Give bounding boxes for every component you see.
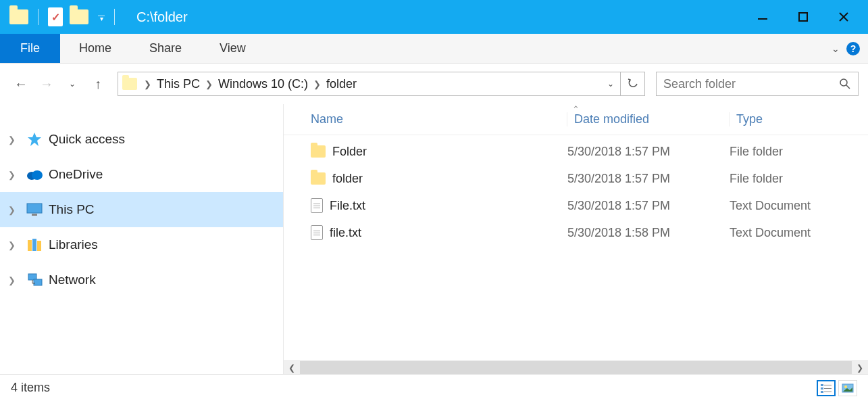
minimize-button[interactable] (742, 0, 783, 34)
address-dropdown-icon[interactable]: ⌄ (601, 79, 620, 89)
cloud-icon (26, 166, 43, 183)
collapse-caret-icon[interactable]: ⌃ (572, 104, 580, 114)
file-type: Text Document (730, 199, 865, 213)
network-icon (26, 271, 43, 289)
tree-item-onedrive[interactable]: ❯ OneDrive (0, 157, 283, 192)
breadcrumb[interactable]: folder (321, 77, 362, 91)
svg-rect-19 (824, 385, 832, 385)
svg-point-4 (840, 79, 847, 86)
file-name: File.txt (330, 199, 365, 213)
expand-icon[interactable]: ❯ (8, 240, 20, 250)
home-tab[interactable]: Home (60, 41, 130, 55)
share-tab[interactable]: Share (130, 41, 201, 55)
svg-point-8 (32, 170, 43, 180)
file-row[interactable]: folder5/30/2018 1:57 PMFile folder (284, 165, 868, 192)
window-title: C:\folder (136, 9, 188, 25)
back-button[interactable]: ← (9, 72, 32, 95)
file-name: folder (332, 172, 363, 186)
address-folder-icon (122, 78, 137, 90)
up-button[interactable]: ↑ (86, 72, 109, 95)
text-file-icon (311, 198, 323, 213)
svg-rect-11 (28, 240, 32, 251)
forward-button[interactable]: → (35, 72, 58, 95)
svg-rect-18 (821, 384, 823, 386)
file-tab[interactable]: File (0, 34, 60, 63)
tree-item-libraries[interactable]: ❯ Libraries (0, 227, 283, 262)
file-row[interactable]: file.txt5/30/2018 1:58 PMText Document (284, 219, 868, 246)
svg-rect-13 (37, 241, 41, 251)
qat-properties-icon[interactable]: ✓ (48, 7, 63, 26)
svg-rect-12 (32, 239, 36, 251)
file-row[interactable]: Folder5/30/2018 1:57 PMFile folder (284, 138, 868, 165)
tree-label: Quick access (49, 132, 125, 147)
file-name: file.txt (330, 226, 361, 240)
scroll-right-icon[interactable]: ❯ (852, 363, 868, 373)
search-box[interactable] (656, 72, 859, 96)
svg-rect-20 (821, 387, 823, 390)
window-folder-icon (9, 7, 28, 26)
star-icon (26, 131, 43, 148)
expand-icon[interactable]: ❯ (8, 205, 20, 215)
file-type: File folder (730, 172, 865, 186)
svg-line-5 (846, 85, 850, 89)
qat-new-folder-icon[interactable] (70, 7, 88, 26)
details-view-button[interactable] (817, 380, 836, 396)
qat-customize-button[interactable]: —▾ (98, 14, 105, 20)
folder-icon (311, 172, 326, 185)
search-icon[interactable] (839, 78, 851, 90)
svg-rect-23 (824, 392, 832, 392)
refresh-button[interactable] (620, 72, 644, 95)
expand-icon[interactable]: ❯ (8, 275, 20, 285)
libraries-icon (26, 236, 43, 254)
file-type: Text Document (730, 226, 865, 240)
text-file-icon (311, 225, 323, 240)
view-tab[interactable]: View (201, 41, 265, 55)
horizontal-scrollbar[interactable]: ❮ ❯ (284, 360, 868, 374)
scroll-left-icon[interactable]: ❮ (284, 363, 300, 373)
status-item-count: 4 items (11, 381, 50, 395)
chevron-right-icon[interactable]: ❯ (313, 79, 321, 89)
minimize-ribbon-icon[interactable]: ⌄ (832, 43, 840, 54)
svg-marker-6 (28, 133, 41, 146)
file-type: File folder (730, 145, 865, 159)
tree-label: This PC (49, 202, 95, 217)
history-dropdown-icon[interactable]: ⌄ (61, 72, 84, 95)
expand-icon[interactable]: ❯ (8, 135, 20, 145)
file-modified: 5/30/2018 1:58 PM (567, 226, 730, 240)
tree-label: OneDrive (49, 167, 103, 182)
maximize-button[interactable] (783, 0, 823, 34)
svg-rect-22 (821, 391, 823, 393)
breadcrumb[interactable]: Windows 10 (C:) (213, 77, 313, 91)
chevron-right-icon[interactable]: ❯ (205, 79, 213, 89)
svg-rect-21 (824, 388, 832, 389)
file-modified: 5/30/2018 1:57 PM (567, 145, 730, 159)
file-row[interactable]: File.txt5/30/2018 1:57 PMText Document (284, 192, 868, 219)
navigation-pane: ❯ Quick access ❯ OneDrive ❯ This PC ❯ Li… (0, 104, 284, 374)
address-bar[interactable]: ❯ This PC ❯ Windows 10 (C:) ❯ folder ⌄ (118, 72, 645, 96)
pc-icon (26, 201, 43, 218)
tree-label: Libraries (49, 237, 98, 252)
folder-icon (311, 145, 326, 158)
ribbon: File Home Share View ⌄ ? (0, 34, 868, 64)
svg-point-25 (844, 385, 847, 388)
expand-icon[interactable]: ❯ (8, 170, 20, 180)
close-button[interactable] (823, 0, 864, 34)
content-body: ❯ Quick access ❯ OneDrive ❯ This PC ❯ Li… (0, 104, 868, 374)
column-header-modified[interactable]: Date modified (567, 112, 730, 126)
file-modified: 5/30/2018 1:57 PM (567, 172, 730, 186)
column-header-type[interactable]: Type (730, 112, 865, 126)
navigation-bar: ← → ⌄ ↑ ❯ This PC ❯ Windows 10 (C:) ❯ fo… (0, 64, 868, 104)
tree-item-network[interactable]: ❯ Network (0, 262, 283, 298)
search-input[interactable] (663, 77, 839, 91)
large-icons-view-button[interactable] (838, 380, 857, 396)
breadcrumb[interactable]: This PC (151, 77, 205, 91)
tree-item-quick-access[interactable]: ❯ Quick access (0, 122, 283, 157)
chevron-right-icon[interactable]: ❯ (144, 79, 151, 89)
help-button[interactable]: ? (846, 42, 860, 55)
column-header-name[interactable]: Name (304, 112, 567, 126)
file-modified: 5/30/2018 1:57 PM (567, 199, 730, 213)
tree-item-this-pc[interactable]: ❯ This PC (0, 192, 283, 227)
status-bar: 4 items (0, 374, 868, 401)
file-list: ⌃ Name Date modified Type Folder5/30/201… (284, 104, 868, 374)
tree-label: Network (49, 273, 96, 287)
